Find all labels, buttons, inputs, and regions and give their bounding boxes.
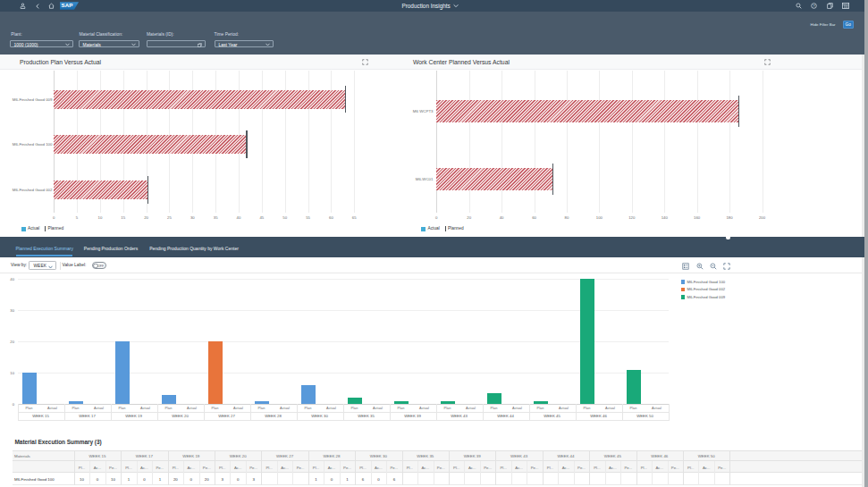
svg-text:?: ? xyxy=(813,4,815,8)
